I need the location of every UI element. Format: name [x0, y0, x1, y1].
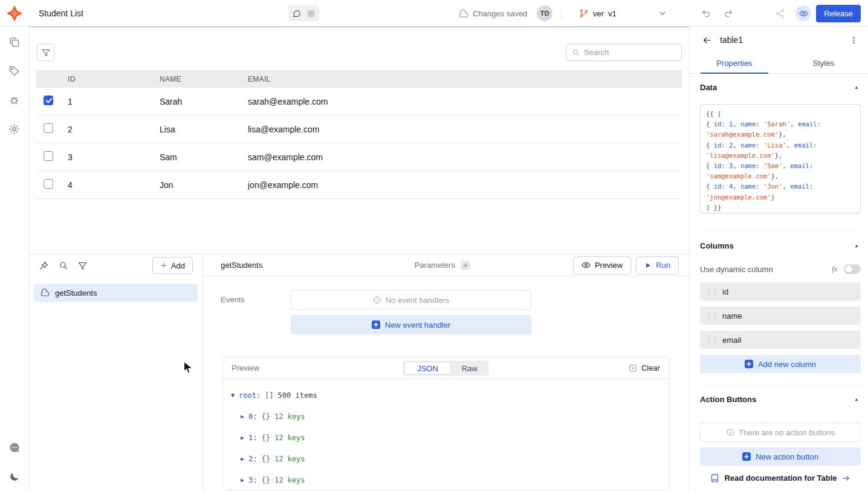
query-list-toolbar: Add [29, 255, 202, 276]
search-icon[interactable] [59, 261, 68, 270]
add-parameter-button[interactable] [461, 261, 470, 270]
canvas[interactable]: ID NAME EMAIL 1Sarahsarah@example.com2Li… [29, 27, 689, 254]
expand-icon[interactable]: ▶ [241, 434, 244, 441]
response-header: Preview JSON Raw Clear [223, 357, 669, 379]
main-area: ID NAME EMAIL 1Sarahsarah@example.com2Li… [29, 27, 689, 491]
tab-properties[interactable]: Properties [690, 53, 779, 73]
section-columns-header[interactable]: Columns ▲ [700, 232, 861, 259]
table-cell: Lisa [155, 125, 243, 134]
row-checkbox[interactable] [44, 96, 53, 105]
tab-raw[interactable]: Raw [452, 362, 488, 374]
section-action-buttons: Action Buttons ▲ There are no action but… [700, 385, 861, 483]
drag-handle-icon[interactable]: ⋮⋮ [706, 336, 717, 344]
run-button[interactable]: Run [636, 256, 679, 275]
column-item[interactable]: ⋮⋮email [700, 331, 861, 349]
column-header[interactable]: NAME [155, 75, 243, 83]
expand-icon[interactable]: ▶ [241, 413, 244, 420]
json-tree-node[interactable]: ▶3:{}12 keys [231, 469, 669, 490]
toggle-knob [845, 265, 852, 273]
redo-button[interactable] [723, 0, 733, 27]
json-tree-node[interactable]: ▶2:{}12 keys [231, 448, 669, 469]
pages-icon[interactable] [8, 36, 20, 48]
table-search[interactable] [566, 44, 682, 61]
column-item[interactable]: ⋮⋮id [700, 282, 861, 301]
preview-button[interactable]: Preview [573, 256, 631, 275]
table-filter-button[interactable] [37, 44, 54, 61]
json-tree-node[interactable]: ▶0:{}12 keys [231, 406, 669, 427]
events-section: Events No event handlers New event handl… [203, 276, 689, 334]
new-event-handler-button[interactable]: New event handler [291, 315, 531, 334]
eye-icon [581, 261, 591, 270]
table-widget[interactable]: ID NAME EMAIL 1Sarahsarah@example.com2Li… [36, 44, 682, 199]
chevron-down-icon[interactable] [658, 0, 667, 27]
tab-json[interactable]: JSON [404, 362, 452, 374]
undo-button[interactable] [701, 0, 711, 27]
datasource-icon[interactable] [8, 65, 20, 77]
collapse-icon[interactable]: ▲ [854, 243, 861, 249]
new-action-button[interactable]: New action button [700, 447, 861, 466]
plus-square-icon [372, 320, 380, 329]
settings-icon[interactable] [8, 123, 20, 135]
table-row[interactable]: 4Jonjon@example.com [36, 171, 682, 199]
bottom-pane: Add getStudents getStudents Parameters [29, 254, 689, 491]
row-checkbox[interactable] [44, 151, 53, 161]
collapse-icon[interactable]: ▼ [231, 392, 235, 398]
debug-icon[interactable] [8, 94, 20, 106]
collapse-icon[interactable]: ▲ [854, 397, 861, 402]
table-data-code-editor[interactable]: {{ [ { id: 1, name: 'Sarah', email:'sara… [700, 104, 861, 213]
clear-response-button[interactable]: Clear [629, 363, 660, 372]
fx-icon[interactable]: fx [832, 265, 837, 274]
pin-icon[interactable] [39, 261, 49, 271]
back-arrow-icon[interactable] [702, 35, 712, 45]
column-item[interactable]: ⋮⋮name [700, 307, 861, 325]
column-header[interactable]: ID [63, 75, 155, 83]
json-tree-node[interactable]: ▶1:{}12 keys [231, 427, 669, 448]
dynamic-column-toggle[interactable] [844, 264, 861, 274]
table-cell: Jon [155, 180, 243, 190]
canvas-mode-button[interactable] [305, 7, 317, 19]
drag-handle-icon[interactable]: ⋮⋮ [706, 288, 717, 296]
release-button[interactable]: Release [816, 5, 861, 22]
tab-styles[interactable]: Styles [779, 53, 868, 73]
comment-mode-button[interactable] [290, 7, 303, 19]
table-toolbar [36, 44, 682, 61]
table-search-input[interactable] [584, 48, 676, 57]
section-data-header[interactable]: Data ▲ [700, 74, 861, 101]
arrow-right-icon [842, 474, 850, 483]
user-avatar[interactable]: TD [537, 5, 552, 21]
row-checkbox[interactable] [44, 123, 53, 133]
expand-icon[interactable]: ▶ [241, 455, 244, 462]
app-logo-icon[interactable] [6, 0, 23, 27]
table-cell: lisa@example.com [243, 125, 682, 134]
query-list-panel: Add getStudents [29, 255, 203, 491]
collapse-icon[interactable]: ▲ [854, 85, 861, 90]
row-checkbox[interactable] [44, 179, 53, 189]
preview-app-button[interactable] [795, 5, 811, 21]
share-button[interactable] [775, 0, 785, 27]
expand-icon[interactable]: ▶ [241, 476, 244, 483]
cloud-icon [458, 8, 468, 19]
table-row[interactable]: 2Lisalisa@example.com [36, 115, 682, 143]
drag-handle-icon[interactable]: ⋮⋮ [706, 312, 717, 320]
column-header[interactable]: EMAIL [243, 75, 682, 83]
version-selector[interactable]: ver v1 [579, 0, 617, 27]
table-cell: Sam [155, 152, 243, 162]
query-list-item[interactable]: getStudents [34, 284, 198, 302]
kebab-menu-icon[interactable] [849, 36, 858, 45]
theme-moon-icon[interactable] [8, 471, 20, 483]
divider [561, 7, 562, 19]
property-pane-body: Data ▲ {{ [ { id: 1, name: 'Sarah', emai… [690, 74, 868, 483]
help-icon[interactable] [8, 441, 21, 454]
add-new-column-button[interactable]: Add new column [700, 355, 861, 373]
plus-square-icon [745, 360, 753, 368]
table-row[interactable]: 1Sarahsarah@example.com [36, 88, 682, 115]
json-tree-root[interactable]: ▼ root: [] 500 items [231, 385, 669, 406]
documentation-link[interactable]: Read documentation for Table [700, 473, 861, 483]
table-row[interactable]: 3Samsam@example.com [36, 143, 682, 171]
page-title: Student List [39, 0, 83, 27]
table-cell: 4 [63, 180, 155, 190]
section-actions-header[interactable]: Action Buttons ▲ [700, 386, 861, 413]
query-cloud-icon [40, 288, 50, 298]
filter-icon[interactable] [78, 261, 87, 270]
add-query-button[interactable]: Add [152, 257, 193, 274]
